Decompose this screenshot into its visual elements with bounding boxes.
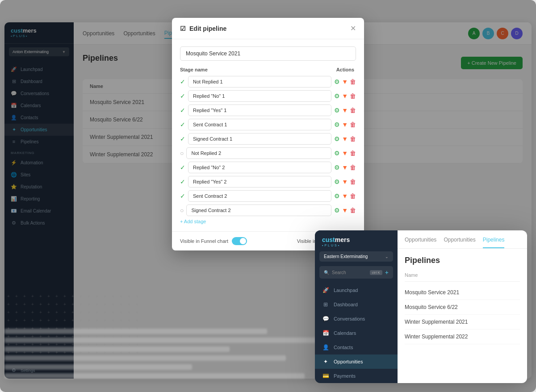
stage-filter-button-8[interactable]: ▼ (342, 178, 348, 185)
background-app: custmers •PLUS• Anton Exterminating ▼ 🚀 … (0, 0, 536, 392)
stage-delete-button-3[interactable]: 🗑 (350, 107, 356, 114)
actions-col-label: Actions (336, 67, 356, 72)
zoom-search-plus-icon[interactable]: + (385, 269, 389, 276)
zoom-dashboard-icon: ⊞ (322, 301, 329, 308)
stage-settings-button-1[interactable]: ⚙ (334, 78, 340, 85)
stage-row-2: ✓ ⚙ ▼ 🗑 (180, 90, 356, 102)
zoom-nav-label: Conversations (334, 316, 365, 321)
stage-input-6[interactable] (186, 147, 331, 159)
stage-delete-button-10[interactable]: 🗑 (350, 207, 356, 214)
stage-filter-button-5[interactable]: ▼ (342, 135, 348, 142)
stage-filter-button-1[interactable]: ▼ (342, 78, 348, 85)
zoom-table-row-3[interactable]: Winter Supplemental 2021 (405, 315, 520, 329)
stage-input-5[interactable] (188, 133, 331, 145)
stage-row-3: ✓ ⚙ ▼ 🗑 (180, 104, 356, 116)
zoom-table-header: Name (405, 272, 520, 282)
zoom-search-bar[interactable]: 🔍 Search ctrl K + (319, 266, 393, 279)
zoom-nav-conversations[interactable]: 💬 Conversations (315, 312, 398, 326)
stage-settings-button-9[interactable]: ⚙ (334, 192, 340, 200)
zoom-launchpad-icon: 🚀 (322, 287, 329, 293)
zoom-payments-icon: 💳 (322, 373, 329, 379)
zoom-nav-label: Contacts (334, 345, 353, 350)
stage-input-4[interactable] (188, 119, 331, 130)
stage-input-9[interactable] (188, 190, 331, 202)
stage-filter-button-9[interactable]: ▼ (342, 192, 348, 200)
stage-delete-button-9[interactable]: 🗑 (350, 192, 356, 200)
stage-input-2[interactable] (188, 90, 331, 102)
zoom-table-row-2[interactable]: Mosquito Service 6/22 (405, 300, 520, 315)
zoom-nav-dashboard[interactable]: ⊞ Dashboard (315, 297, 398, 312)
stage-filter-button-2[interactable]: ▼ (342, 92, 348, 100)
zoom-tab-pipelines[interactable]: Pipelines (483, 230, 505, 248)
stage-actions-5: ⚙ ▼ 🗑 (334, 135, 356, 142)
blur-row (4, 373, 305, 379)
stage-delete-button-6[interactable]: 🗑 (350, 150, 356, 157)
stage-input-3[interactable] (188, 104, 331, 116)
stage-row-4: ✓ ⚙ ▼ 🗑 (180, 119, 356, 130)
stage-filter-button-4[interactable]: ▼ (342, 121, 348, 128)
blur-row (4, 346, 230, 352)
stage-check-icon-empty: ○ (180, 150, 184, 157)
zoom-sidebar-logo: custmers •PLUS• (315, 230, 398, 251)
stage-actions-1: ⚙ ▼ 🗑 (334, 78, 356, 85)
stage-delete-button-2[interactable]: 🗑 (350, 92, 356, 100)
stage-settings-button-6[interactable]: ⚙ (334, 150, 340, 157)
modal-body: Stage name Actions ✓ ⚙ ▼ 🗑 ✓ (172, 39, 364, 231)
stage-actions-7: ⚙ ▼ 🗑 (334, 164, 356, 171)
stage-actions-3: ⚙ ▼ 🗑 (334, 107, 356, 114)
stage-settings-button-5[interactable]: ⚙ (334, 135, 340, 142)
zoom-main-card: Opportunities Opportunities Pipelines Pi… (398, 230, 527, 383)
stage-delete-button-4[interactable]: 🗑 (350, 121, 356, 128)
stage-settings-button-10[interactable]: ⚙ (334, 207, 340, 214)
stage-input-10[interactable] (186, 204, 331, 216)
stage-delete-button-8[interactable]: 🗑 (350, 178, 356, 185)
zoom-nav-label: Launchpad (334, 288, 358, 293)
stage-input-8[interactable] (188, 176, 331, 188)
stage-actions-9: ⚙ ▼ 🗑 (334, 192, 356, 200)
stage-filter-button-3[interactable]: ▼ (342, 107, 348, 114)
zoom-tab-opportunities-2[interactable]: Opportunities (444, 230, 475, 248)
zoom-account-selector[interactable]: Eastern Exterminating ⌄ (319, 251, 393, 262)
stage-check-icon-empty: ○ (180, 207, 184, 214)
zoom-nav-contacts[interactable]: 👤 Contacts (315, 340, 398, 354)
stage-settings-button-2[interactable]: ⚙ (334, 92, 340, 100)
zoom-nav-calendars[interactable]: 📅 Calendars (315, 326, 398, 340)
blur-row (4, 364, 192, 370)
zoom-table-row-1[interactable]: Mosquito Service 2021 (405, 285, 520, 300)
modal-header: ☑ Edit pipeline ✕ (172, 18, 364, 39)
stage-actions-8: ⚙ ▼ 🗑 (334, 178, 356, 185)
zoom-nav-launchpad[interactable]: 🚀 Launchpad (315, 283, 398, 297)
stage-settings-button-3[interactable]: ⚙ (334, 107, 340, 114)
zoom-nav-label: Opportunities (334, 359, 363, 364)
stage-delete-button-5[interactable]: 🗑 (350, 135, 356, 142)
stage-row-6: ○ ⚙ ▼ 🗑 (180, 147, 356, 159)
zoom-account-arrow-icon: ⌄ (385, 254, 389, 259)
stage-row-1: ✓ ⚙ ▼ 🗑 (180, 76, 356, 88)
stage-row-9: ✓ ⚙ ▼ 🗑 (180, 190, 356, 202)
stage-col-label: Stage name (180, 67, 336, 72)
zoom-nav-opportunities[interactable]: ✦ Opportunities (315, 354, 398, 369)
stage-input-1[interactable] (188, 76, 331, 88)
stage-delete-button-1[interactable]: 🗑 (350, 78, 356, 85)
stage-check-icon: ✓ (180, 107, 185, 114)
zoom-tab-opportunities-1[interactable]: Opportunities (405, 230, 436, 248)
zoom-page-title: Pipelines (405, 256, 520, 265)
stage-settings-button-4[interactable]: ⚙ (334, 121, 340, 128)
stage-check-icon: ✓ (180, 164, 185, 171)
modal-close-button[interactable]: ✕ (350, 24, 356, 33)
funnel-chart-toggle[interactable] (232, 237, 247, 245)
stage-input-7[interactable] (188, 162, 331, 173)
stage-filter-button-6[interactable]: ▼ (342, 150, 348, 157)
pipeline-name-input[interactable] (180, 46, 356, 61)
stage-filter-button-7[interactable]: ▼ (342, 164, 348, 171)
stage-settings-button-7[interactable]: ⚙ (334, 164, 340, 171)
stage-filter-button-10[interactable]: ▼ (342, 207, 348, 214)
stage-delete-button-7[interactable]: 🗑 (350, 164, 356, 171)
stage-settings-button-8[interactable]: ⚙ (334, 178, 340, 185)
funnel-chart-toggle-group: Visible in Funnel chart (180, 237, 247, 245)
zoom-sidebar-card: custmers •PLUS• Eastern Exterminating ⌄ … (315, 230, 398, 383)
stage-check-icon: ✓ (180, 121, 185, 128)
zoom-table-row-4[interactable]: Winter Supplemental 2022 (405, 329, 520, 344)
zoom-nav-payments[interactable]: 💳 Payments (315, 369, 398, 383)
add-stage-button[interactable]: + Add stage (180, 219, 206, 224)
